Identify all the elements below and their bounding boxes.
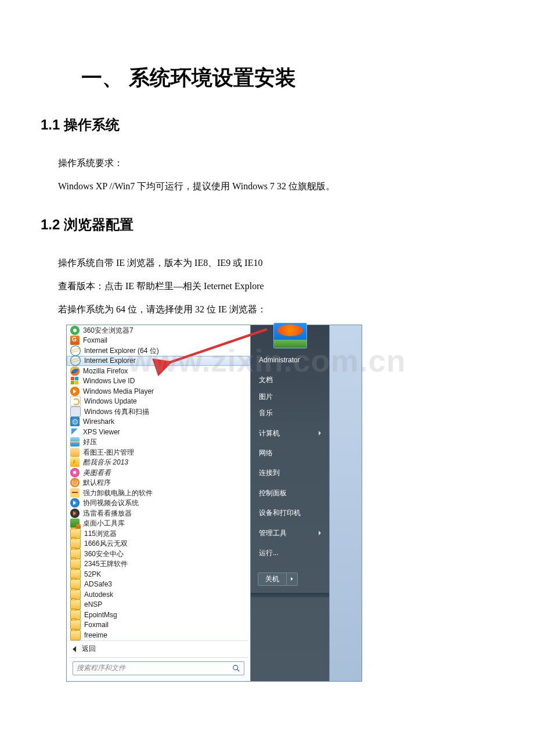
app-item[interactable]: 强力卸载电脑上的软件 bbox=[67, 488, 250, 498]
heading-1-1: 1.1 操作系统 bbox=[41, 116, 493, 134]
app-label: Foxmail bbox=[84, 621, 109, 629]
app-item[interactable]: 协同视频会议系统 bbox=[67, 498, 250, 509]
app-label: Windows 传真和扫描 bbox=[84, 408, 149, 416]
app-label: ADSafe3 bbox=[84, 580, 112, 588]
app-label: Windows Media Player bbox=[83, 387, 154, 395]
app-item[interactable]: Mozilla Firefox bbox=[67, 366, 250, 376]
shutdown-label: 关机 bbox=[265, 575, 279, 583]
wmp-icon bbox=[70, 387, 80, 396]
app-item[interactable]: Foxmail bbox=[67, 620, 250, 631]
right-panel-item-label: 运行... bbox=[259, 549, 279, 557]
app-label: Windows Update bbox=[84, 397, 137, 405]
app-item[interactable]: freeime bbox=[67, 630, 250, 640]
shutdown-button[interactable]: 关机 bbox=[258, 573, 287, 585]
chevron-right-icon bbox=[291, 577, 293, 581]
back-label: 返回 bbox=[82, 645, 96, 653]
app-item[interactable]: Windows Update bbox=[67, 397, 250, 407]
app-item[interactable]: Windows 传真和扫描 bbox=[67, 406, 250, 417]
user-name[interactable]: Administrator bbox=[251, 352, 329, 368]
app-item[interactable]: Windows Live ID bbox=[67, 376, 250, 387]
right-panel-item[interactable]: 计算机 bbox=[251, 425, 329, 441]
app-item[interactable]: 360安全浏览器7 bbox=[67, 325, 250, 336]
chevron-right-icon bbox=[319, 531, 321, 535]
app-label: 360安全中心 bbox=[84, 550, 124, 558]
desktop-peek-strip bbox=[330, 325, 362, 682]
start-menu-left: 360安全浏览器7FoxmailInternet Explorer (64 位)… bbox=[66, 325, 251, 682]
fox-icon bbox=[70, 336, 80, 345]
app-label: XPS Viewer bbox=[83, 428, 120, 436]
app-label: 美图看看 bbox=[83, 469, 111, 477]
default-icon bbox=[70, 478, 80, 487]
xps-icon bbox=[70, 427, 80, 437]
app-label: 2345王牌软件 bbox=[84, 560, 128, 568]
wu-icon bbox=[70, 396, 81, 406]
user-avatar[interactable] bbox=[273, 323, 307, 348]
folder-icon bbox=[70, 630, 81, 640]
right-panel-item-label: 计算机 bbox=[259, 429, 280, 437]
app-item[interactable]: 默认程序 bbox=[67, 478, 250, 488]
back-button[interactable]: 返回 bbox=[67, 641, 250, 657]
app-label: 酷我音乐 2013 bbox=[83, 458, 128, 466]
app-label: 1666风云无双 bbox=[84, 539, 128, 548]
app-item[interactable]: Internet Explorer (64 位) bbox=[67, 345, 250, 356]
app-item[interactable]: 酷我音乐 2013 bbox=[67, 458, 250, 468]
app-label: 115浏览器 bbox=[84, 530, 117, 538]
right-panel-item[interactable]: 音乐 bbox=[251, 405, 329, 421]
app-label: Windows Live ID bbox=[83, 377, 135, 385]
app-item[interactable]: 桌面小工具库 bbox=[67, 519, 250, 529]
para-ie-version: 操作系统自带 IE 浏览器，版本为 IE8、IE9 或 IE10 bbox=[58, 251, 493, 275]
right-panel-item[interactable]: 连接到 bbox=[251, 465, 329, 481]
right-panel-item[interactable]: 文档 bbox=[251, 372, 329, 388]
para-os-detail: Windows XP //Win7 下均可运行，提议使用 Windows 7 3… bbox=[58, 175, 493, 198]
right-panel-item[interactable]: 图片 bbox=[251, 388, 329, 405]
app-label: 协同视频会议系统 bbox=[83, 499, 139, 507]
app-label: 360安全浏览器7 bbox=[83, 326, 134, 334]
start-menu-right: Administrator 文档图片音乐计算机网络连接到控制面板设备和打印机管理… bbox=[251, 325, 330, 682]
app-item[interactable]: 1666风云无双 bbox=[67, 539, 250, 549]
app-item[interactable]: ADSafe3 bbox=[67, 579, 250, 590]
app-item[interactable]: 好压 bbox=[67, 437, 250, 448]
app-label: 52PK bbox=[84, 570, 101, 578]
search-area: 搜索程序和文件 bbox=[67, 658, 250, 681]
right-panel-item[interactable]: 网络 bbox=[251, 445, 329, 461]
right-panel-item-label: 设备和打印机 bbox=[259, 509, 301, 517]
apps-list: 360安全浏览器7FoxmailInternet Explorer (64 位)… bbox=[67, 325, 250, 640]
right-panel-item[interactable]: 设备和打印机 bbox=[251, 505, 329, 521]
app-item[interactable]: Autodesk bbox=[67, 589, 250, 600]
app-item[interactable]: 看图王-图片管理 bbox=[67, 447, 250, 458]
right-panel-item[interactable]: 管理工具 bbox=[251, 525, 329, 541]
para-64bit-note: 若操作系统为 64 位，请选择使用 32 位 IE 浏览器： bbox=[58, 298, 493, 321]
shutdown-group: 关机 bbox=[258, 573, 322, 585]
app-item[interactable]: Foxmail bbox=[67, 336, 250, 346]
app-item[interactable]: eNSP bbox=[67, 600, 250, 610]
app-label: 好压 bbox=[83, 438, 97, 446]
right-panel-item[interactable]: 运行... bbox=[251, 545, 329, 561]
app-item[interactable]: 52PK bbox=[67, 569, 250, 579]
search-input[interactable]: 搜索程序和文件 bbox=[73, 661, 244, 675]
app-item[interactable]: 115浏览器 bbox=[67, 528, 250, 539]
app-label: 看图王-图片管理 bbox=[83, 448, 134, 456]
app-item[interactable]: XPS Viewer bbox=[67, 427, 250, 437]
right-panel-item-label: 控制面板 bbox=[259, 489, 287, 497]
app-item[interactable]: Windows Media Player bbox=[67, 386, 250, 397]
app-label: EpointMsg bbox=[84, 611, 117, 619]
app-label: 默认程序 bbox=[83, 478, 111, 487]
app-item[interactable]: 2345王牌软件 bbox=[67, 559, 250, 570]
app-item[interactable]: 美图看看 bbox=[67, 467, 250, 478]
app-label: 桌面小工具库 bbox=[83, 519, 125, 527]
app-label: Autodesk bbox=[84, 591, 113, 599]
svg-line-1 bbox=[237, 669, 240, 671]
widget-icon bbox=[70, 519, 80, 528]
heading-1: 一、 系统环境设置安装 bbox=[81, 64, 493, 92]
ff-icon bbox=[70, 366, 80, 376]
music-icon bbox=[70, 458, 80, 467]
right-panel-item-label: 管理工具 bbox=[259, 529, 287, 537]
para-os-req: 操作系统要求： bbox=[58, 152, 493, 175]
app-item[interactable]: 迅雷看看播放器 bbox=[67, 508, 250, 519]
app-item[interactable]: Wireshark bbox=[67, 417, 250, 427]
shutdown-more-button[interactable] bbox=[287, 573, 298, 585]
app-item[interactable]: EpointMsg bbox=[67, 610, 250, 620]
app-item[interactable]: 360安全中心 bbox=[67, 549, 250, 559]
right-panel-item[interactable]: 控制面板 bbox=[251, 485, 329, 501]
app-item[interactable]: Internet Explorer bbox=[67, 356, 250, 366]
